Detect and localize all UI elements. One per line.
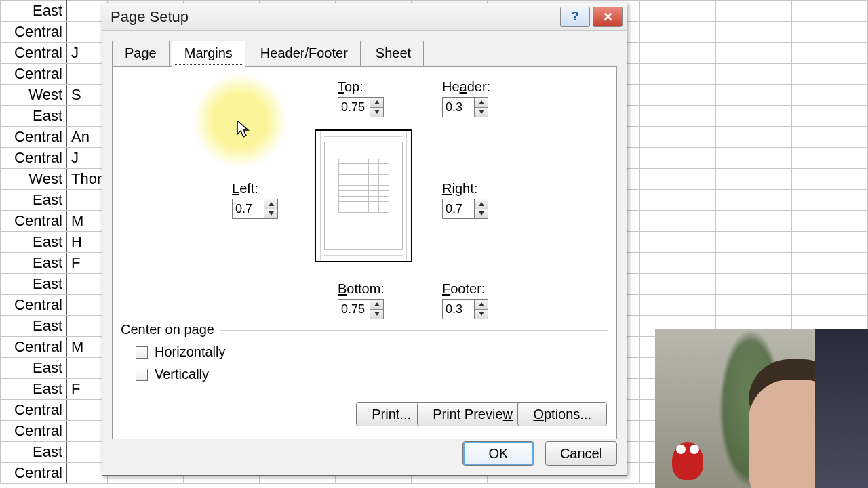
header-label: Header: [442,79,490,95]
top-spinner[interactable] [338,97,384,117]
vertically-label: Vertically [155,367,209,382]
svg-marker-5 [269,211,274,216]
svg-marker-4 [269,202,274,206]
top-spin-up[interactable] [370,98,383,107]
page-setup-dialog: Page Setup ? ✕ Page Margins Header/Foote… [102,3,627,476]
footer-label: Footer: [442,281,485,297]
close-button[interactable]: ✕ [593,7,623,27]
footer-spinner[interactable] [442,299,488,319]
page-preview [315,129,412,262]
right-spin-up[interactable] [475,199,488,209]
footer-input[interactable] [443,300,474,319]
right-spinner[interactable] [442,199,488,219]
svg-marker-8 [374,302,380,306]
margins-panel: Top: Header: Left: Righ [112,66,617,439]
tab-sheet[interactable]: Sheet [363,41,424,67]
svg-marker-11 [479,312,484,316]
svg-marker-10 [479,302,484,306]
svg-marker-6 [479,202,484,206]
left-input[interactable] [233,199,264,218]
header-spinner[interactable] [442,97,488,117]
bottom-spinner[interactable] [338,299,384,319]
header-input[interactable] [443,98,474,117]
svg-marker-3 [479,110,484,114]
webcam-overlay [655,329,868,488]
ok-button[interactable]: OK [462,441,534,466]
center-on-page-label: Center on page [121,322,220,338]
cancel-button[interactable]: Cancel [545,441,617,466]
svg-marker-0 [374,100,380,104]
tab-page[interactable]: Page [112,41,170,67]
checkbox-icon[interactable] [136,346,148,359]
right-spin-down[interactable] [475,209,488,219]
svg-marker-2 [479,100,484,104]
tab-margins[interactable]: Margins [172,41,245,67]
vertically-checkbox[interactable]: Vertically [136,367,608,382]
horizontally-label: Horizontally [155,344,225,360]
print-preview-button[interactable]: Print Preview [417,402,528,426]
options-button[interactable]: Options... [517,402,607,426]
left-spin-down[interactable] [264,209,277,219]
dialog-title: Page Setup [111,8,557,26]
tab-strip: Page Margins Header/Footer Sheet [102,30,627,66]
bottom-input[interactable] [338,300,370,319]
header-spin-up[interactable] [475,98,488,107]
svg-marker-1 [374,110,380,114]
header-spin-down[interactable] [475,107,488,117]
center-on-page-group: Center on page Horizontally Vertically [121,322,608,382]
footer-spin-down[interactable] [475,309,488,319]
left-spinner[interactable] [232,199,278,219]
help-button[interactable]: ? [560,7,590,27]
bottom-spin-down[interactable] [370,309,383,319]
footer-spin-up[interactable] [475,300,488,309]
top-input[interactable] [338,98,370,117]
top-label: Top: [338,79,363,95]
svg-marker-9 [374,312,380,316]
tab-header-footer[interactable]: Header/Footer [248,41,361,67]
horizontally-checkbox[interactable]: Horizontally [136,344,608,360]
bottom-label: Bottom: [338,281,384,297]
right-label: Right: [442,181,477,197]
print-button[interactable]: Print... [356,402,427,426]
checkbox-icon[interactable] [136,369,148,381]
titlebar: Page Setup ? ✕ [102,3,627,30]
right-input[interactable] [443,199,474,218]
bottom-spin-up[interactable] [370,300,383,309]
top-spin-down[interactable] [370,107,383,117]
svg-marker-7 [479,211,484,216]
left-label: Left: [232,181,258,197]
left-spin-up[interactable] [264,199,277,209]
